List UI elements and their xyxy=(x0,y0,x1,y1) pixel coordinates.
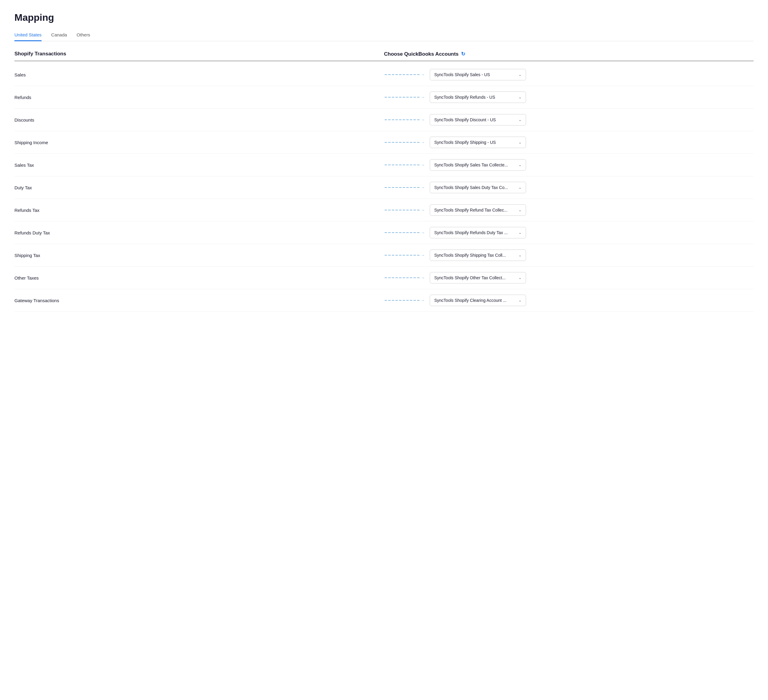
right-col: →SyncTools Shopify Sales Tax Collecte...… xyxy=(384,159,754,171)
table-row: Refunds Tax→SyncTools Shopify Refund Tax… xyxy=(14,199,754,221)
chevron-down-icon: ⌄ xyxy=(518,298,522,303)
table-row: Shipping Tax→SyncTools Shopify Shipping … xyxy=(14,244,754,267)
qb-account-value: SyncTools Shopify Clearing Account ... xyxy=(434,298,516,303)
arrow-head-icon: → xyxy=(421,162,425,167)
qb-account-select[interactable]: SyncTools Shopify Refund Tax Collec...⌄ xyxy=(430,204,526,216)
refresh-icon[interactable]: ↻ xyxy=(461,51,465,57)
arrow-head-icon: → xyxy=(421,117,425,122)
right-col: →SyncTools Shopify Clearing Account ...⌄ xyxy=(384,295,754,306)
chevron-down-icon: ⌄ xyxy=(518,140,522,144)
qb-account-select[interactable]: SyncTools Shopify Sales Tax Collecte...⌄ xyxy=(430,159,526,171)
arrow-head-icon: → xyxy=(421,276,425,280)
table-row: Gateway Transactions→SyncTools Shopify C… xyxy=(14,289,754,312)
chevron-down-icon: ⌄ xyxy=(518,253,522,257)
chevron-down-icon: ⌄ xyxy=(518,276,522,280)
chevron-down-icon: ⌄ xyxy=(518,185,522,190)
table-row: Discounts→SyncTools Shopify Discount - U… xyxy=(14,109,754,131)
arrow-head-icon: → xyxy=(421,185,425,190)
dashed-arrow: → xyxy=(384,162,425,167)
qb-account-select[interactable]: SyncTools Shopify Clearing Account ...⌄ xyxy=(430,295,526,306)
dashed-arrow: → xyxy=(384,117,425,122)
right-col: →SyncTools Shopify Shipping Tax Coll...⌄ xyxy=(384,250,754,261)
qb-account-value: SyncTools Shopify Sales Tax Collecte... xyxy=(434,162,516,167)
chevron-down-icon: ⌄ xyxy=(518,118,522,122)
transaction-label: Sales Tax xyxy=(14,162,384,168)
transaction-label: Sales xyxy=(14,72,384,77)
right-col: →SyncTools Shopify Shipping - US⌄ xyxy=(384,137,754,148)
chevron-down-icon: ⌄ xyxy=(518,208,522,212)
right-col: →SyncTools Shopify Refunds - US⌄ xyxy=(384,91,754,103)
arrow-head-icon: → xyxy=(421,140,425,145)
qb-account-select[interactable]: SyncTools Shopify Shipping Tax Coll...⌄ xyxy=(430,250,526,261)
chevron-down-icon: ⌄ xyxy=(518,72,522,77)
dashed-arrow: → xyxy=(384,140,425,145)
arrow-head-icon: → xyxy=(421,208,425,213)
table-row: Refunds Duty Tax→SyncTools Shopify Refun… xyxy=(14,221,754,244)
dashed-arrow: → xyxy=(384,276,425,280)
dashed-arrow: → xyxy=(384,185,425,190)
qb-account-value: SyncTools Shopify Sales - US xyxy=(434,72,516,77)
arrow-head-icon: → xyxy=(421,230,425,235)
transaction-label: Refunds Duty Tax xyxy=(14,230,384,235)
qb-account-value: SyncTools Shopify Sales Duty Tax Co... xyxy=(434,185,516,190)
qb-account-select[interactable]: SyncTools Shopify Refunds Duty Tax ...⌄ xyxy=(430,227,526,238)
transaction-label: Duty Tax xyxy=(14,185,384,190)
transaction-label: Shipping Income xyxy=(14,140,384,145)
qb-account-value: SyncTools Shopify Refunds Duty Tax ... xyxy=(434,230,516,235)
transaction-label: Refunds xyxy=(14,95,384,100)
transaction-label: Other Taxes xyxy=(14,276,384,280)
qb-account-select[interactable]: SyncTools Shopify Discount - US⌄ xyxy=(430,114,526,125)
transaction-label: Shipping Tax xyxy=(14,253,384,258)
table-row: Duty Tax→SyncTools Shopify Sales Duty Ta… xyxy=(14,176,754,199)
right-col: →SyncTools Shopify Sales - US⌄ xyxy=(384,69,754,80)
tab-canada[interactable]: Canada xyxy=(51,29,67,41)
mapping-table: Sales→SyncTools Shopify Sales - US⌄Refun… xyxy=(14,64,754,312)
transaction-label: Refunds Tax xyxy=(14,208,384,213)
tab-united-states[interactable]: United States xyxy=(14,29,42,41)
qb-account-select[interactable]: SyncTools Shopify Sales Duty Tax Co...⌄ xyxy=(430,182,526,193)
tab-bar: United States Canada Others xyxy=(14,29,754,41)
table-header: Shopify Transactions Choose QuickBooks A… xyxy=(14,51,754,61)
table-row: Other Taxes→SyncTools Shopify Other Tax … xyxy=(14,267,754,289)
dashed-arrow: → xyxy=(384,208,425,213)
arrow-head-icon: → xyxy=(421,95,425,99)
chevron-down-icon: ⌄ xyxy=(518,95,522,99)
transaction-label: Discounts xyxy=(14,117,384,122)
tab-others[interactable]: Others xyxy=(77,29,90,41)
qb-account-value: SyncTools Shopify Shipping Tax Coll... xyxy=(434,253,516,258)
chevron-down-icon: ⌄ xyxy=(518,231,522,235)
qb-account-select[interactable]: SyncTools Shopify Refunds - US⌄ xyxy=(430,91,526,103)
right-col: →SyncTools Shopify Refund Tax Collec...⌄ xyxy=(384,204,754,216)
right-col: →SyncTools Shopify Other Tax Collect...⌄ xyxy=(384,272,754,284)
col-transactions-header: Shopify Transactions xyxy=(14,51,384,57)
chevron-down-icon: ⌄ xyxy=(518,163,522,167)
dashed-arrow: → xyxy=(384,230,425,235)
dashed-arrow: → xyxy=(384,95,425,99)
transaction-label: Gateway Transactions xyxy=(14,298,384,303)
table-row: Sales→SyncTools Shopify Sales - US⌄ xyxy=(14,64,754,86)
dashed-arrow: → xyxy=(384,253,425,258)
qb-account-value: SyncTools Shopify Discount - US xyxy=(434,117,516,122)
table-row: Sales Tax→SyncTools Shopify Sales Tax Co… xyxy=(14,154,754,176)
dashed-arrow: → xyxy=(384,72,425,77)
qb-account-select[interactable]: SyncTools Shopify Shipping - US⌄ xyxy=(430,137,526,148)
qb-account-value: SyncTools Shopify Refund Tax Collec... xyxy=(434,208,516,213)
arrow-head-icon: → xyxy=(421,253,425,258)
qb-account-value: SyncTools Shopify Other Tax Collect... xyxy=(434,276,516,280)
page-title: Mapping xyxy=(14,12,754,23)
qb-account-value: SyncTools Shopify Shipping - US xyxy=(434,140,516,145)
qb-account-value: SyncTools Shopify Refunds - US xyxy=(434,95,516,99)
arrow-head-icon: → xyxy=(421,72,425,77)
qb-account-select[interactable]: SyncTools Shopify Sales - US⌄ xyxy=(430,69,526,80)
right-col: →SyncTools Shopify Refunds Duty Tax ...⌄ xyxy=(384,227,754,238)
right-col: →SyncTools Shopify Sales Duty Tax Co...⌄ xyxy=(384,182,754,193)
dashed-arrow: → xyxy=(384,298,425,303)
right-col: →SyncTools Shopify Discount - US⌄ xyxy=(384,114,754,125)
qb-account-select[interactable]: SyncTools Shopify Other Tax Collect...⌄ xyxy=(430,272,526,284)
table-row: Refunds→SyncTools Shopify Refunds - US⌄ xyxy=(14,86,754,109)
table-row: Shipping Income→SyncTools Shopify Shippi… xyxy=(14,131,754,154)
col-accounts-header: Choose QuickBooks Accounts ↻ xyxy=(384,51,754,57)
arrow-head-icon: → xyxy=(421,298,425,303)
